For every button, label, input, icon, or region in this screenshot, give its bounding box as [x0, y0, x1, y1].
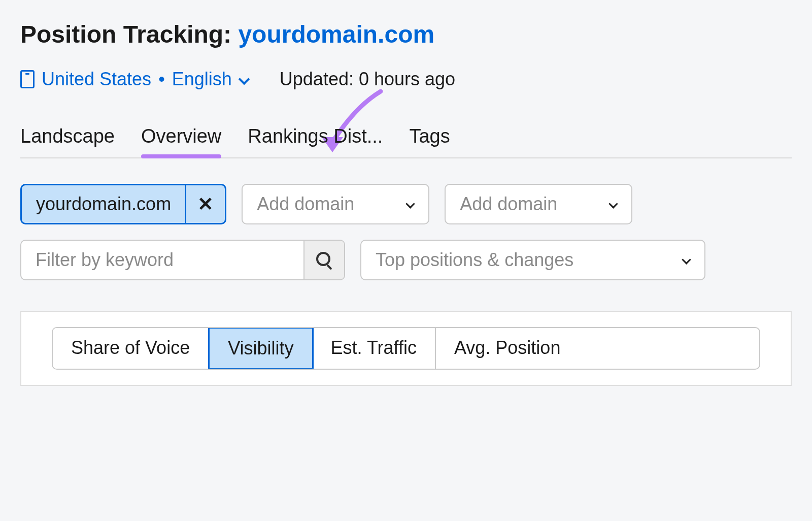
page-title-domain-link[interactable]: yourdomain.com — [238, 21, 434, 48]
filter-keyword-input[interactable] — [21, 241, 303, 279]
domain-row: yourdomain.com ✕ Add domain Add domain — [20, 184, 792, 224]
chevron-down-icon — [239, 74, 249, 84]
filter-search-button[interactable] — [303, 241, 344, 279]
close-icon: ✕ — [197, 194, 214, 214]
locale-language: English — [172, 69, 232, 90]
metric-tab-visibility[interactable]: Visibility — [208, 327, 313, 370]
tab-rankings-dist[interactable]: Rankings Dist... — [248, 125, 383, 157]
add-domain-1-label: Add domain — [257, 193, 354, 215]
metric-tab-avg-position[interactable]: Avg. Position — [436, 328, 579, 369]
filter-keyword-wrap — [20, 240, 345, 280]
page-title: Position Tracking: yourdomain.com — [20, 20, 792, 48]
metrics-row: Share of Voice Visibility Est. Traffic A… — [52, 327, 760, 370]
metric-tab-est-traffic[interactable]: Est. Traffic — [313, 328, 436, 369]
chevron-down-icon — [609, 200, 617, 208]
tab-overview[interactable]: Overview — [141, 125, 221, 157]
chevron-down-icon — [406, 200, 414, 208]
domain-chip-close-button[interactable]: ✕ — [185, 185, 225, 223]
device-icon — [20, 70, 35, 88]
domain-chip-text: yourdomain.com — [22, 193, 185, 215]
add-domain-2-dropdown[interactable]: Add domain — [445, 184, 632, 224]
tab-landscape[interactable]: Landscape — [20, 125, 115, 157]
tab-tags[interactable]: Tags — [409, 125, 450, 157]
search-icon — [316, 252, 332, 268]
positions-dropdown-label: Top positions & changes — [376, 249, 573, 271]
add-domain-2-label: Add domain — [460, 193, 557, 215]
locale-country: United States — [42, 69, 151, 90]
domain-chip-selected: yourdomain.com ✕ — [20, 184, 226, 224]
add-domain-1-dropdown[interactable]: Add domain — [242, 184, 429, 224]
tabs-row: Landscape Overview Rankings Dist... Tags — [20, 125, 792, 158]
header-meta-row: United States • English Updated: 0 hours… — [20, 69, 792, 90]
page-title-prefix: Position Tracking: — [20, 21, 238, 48]
filter-row: Top positions & changes — [20, 240, 792, 280]
metrics-panel: Share of Voice Visibility Est. Traffic A… — [20, 311, 792, 386]
metric-tab-share-of-voice[interactable]: Share of Voice — [53, 328, 209, 369]
chevron-down-icon — [682, 256, 690, 264]
updated-timestamp: Updated: 0 hours ago — [280, 69, 455, 90]
locale-separator: • — [158, 69, 165, 90]
positions-changes-dropdown[interactable]: Top positions & changes — [360, 240, 705, 280]
locale-selector[interactable]: United States • English — [20, 69, 249, 90]
